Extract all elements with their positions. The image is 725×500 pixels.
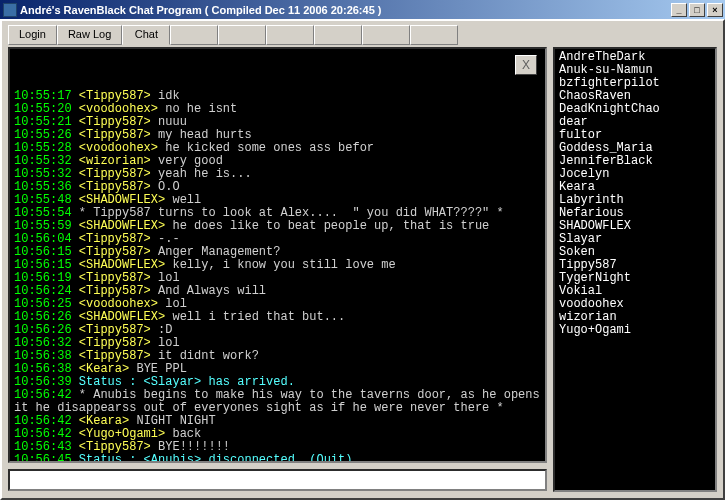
minimize-button[interactable]: _ xyxy=(671,3,687,17)
content-row: X 10:55:17 <Tippy587> idk10:55:20 <voodo… xyxy=(8,47,717,493)
chat-line: 10:56:42 * Anubis begins to make his way… xyxy=(14,389,541,415)
input-row xyxy=(8,469,547,493)
tab-blank[interactable] xyxy=(314,25,362,45)
user-list[interactable]: AndreTheDarkAnuk-su-NamunbzfighterpilotC… xyxy=(553,47,717,492)
maximize-button[interactable]: □ xyxy=(689,3,705,17)
tab-blank[interactable] xyxy=(266,25,314,45)
title-bar: André's RavenBlack Chat Program ( Compil… xyxy=(0,0,725,19)
tab-blank[interactable] xyxy=(170,25,218,45)
tab-blank[interactable] xyxy=(410,25,458,45)
close-panel-button[interactable]: X xyxy=(515,55,537,75)
window-title: André's RavenBlack Chat Program ( Compil… xyxy=(20,4,669,16)
tab-chat[interactable]: Chat xyxy=(122,25,170,45)
tab-raw-log[interactable]: Raw Log xyxy=(57,25,122,45)
chat-line: 10:56:45 Status : <Anubis> disconnected.… xyxy=(14,454,541,463)
tab-strip: LoginRaw LogChat xyxy=(8,25,717,45)
chat-column: X 10:55:17 <Tippy587> idk10:55:20 <voodo… xyxy=(8,47,547,493)
client-area: LoginRaw LogChat X 10:55:17 <Tippy587> i… xyxy=(0,19,725,500)
tab-blank[interactable] xyxy=(362,25,410,45)
close-button[interactable]: × xyxy=(707,3,723,17)
tab-login[interactable]: Login xyxy=(8,25,57,45)
chat-input[interactable] xyxy=(8,469,547,491)
tab-blank[interactable] xyxy=(218,25,266,45)
user-list-item[interactable]: Yugo+Ogami xyxy=(559,324,711,337)
app-icon xyxy=(3,3,17,17)
chat-log[interactable]: X 10:55:17 <Tippy587> idk10:55:20 <voodo… xyxy=(8,47,547,463)
window-buttons: _ □ × xyxy=(669,3,723,17)
